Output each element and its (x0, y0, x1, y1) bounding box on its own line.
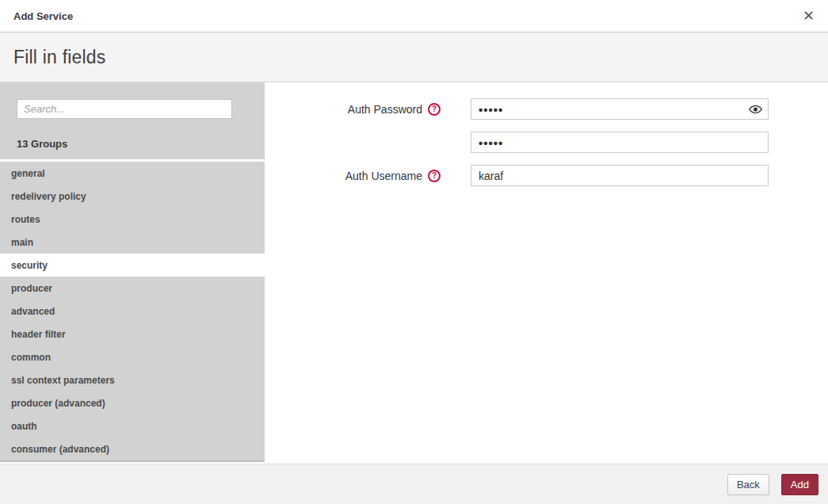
add-button[interactable]: Add (781, 474, 818, 495)
sidebar-item-oauth[interactable]: oauth (0, 414, 265, 437)
groups-sidebar: 13 Groups general redelivery policy rout… (0, 82, 265, 464)
auth-password-confirm-row (265, 132, 828, 153)
sidebar-item-redelivery-policy[interactable]: redelivery policy (0, 185, 265, 208)
sidebar-item-main[interactable]: main (0, 231, 265, 254)
auth-password-confirm-input-wrap (471, 132, 769, 153)
groups-list: general redelivery policy routes main se… (0, 162, 265, 462)
add-service-modal: Add Service ✕ Fill in fields 13 Groups g… (0, 0, 828, 504)
modal-header: Add Service ✕ (0, 0, 828, 32)
modal-title: Add Service (13, 10, 73, 22)
auth-password-label: Auth Password (348, 103, 422, 116)
help-icon[interactable]: ? (428, 170, 441, 182)
sidebar-item-advanced[interactable]: advanced (0, 300, 265, 323)
sidebar-item-producer[interactable]: producer (0, 277, 265, 300)
help-icon[interactable]: ? (428, 103, 441, 116)
sidebar-item-header-filter[interactable]: header filter (0, 323, 265, 346)
page-title: Fill in fields (13, 47, 106, 68)
groups-count-label: 13 Groups (17, 138, 265, 150)
sidebar-item-general[interactable]: general (0, 162, 265, 185)
sidebar-item-ssl-context-parameters[interactable]: ssl context parameters (0, 368, 265, 391)
auth-username-label-col: Auth Username ? (265, 170, 441, 182)
eye-icon (749, 105, 762, 114)
sidebar-search-panel: 13 Groups (0, 82, 265, 159)
auth-username-label: Auth Username (345, 170, 422, 182)
sidebar-item-producer-advanced[interactable]: producer (advanced) (0, 391, 265, 414)
show-password-button[interactable] (749, 105, 762, 114)
auth-username-input-wrap (471, 165, 769, 186)
auth-password-row: Auth Password ? (265, 98, 828, 120)
sidebar-item-consumer-advanced[interactable]: consumer (advanced) (0, 437, 265, 460)
modal-footer: Back Add (0, 464, 828, 504)
search-input[interactable] (17, 99, 232, 119)
auth-password-field[interactable] (471, 98, 769, 120)
back-button[interactable]: Back (727, 474, 769, 495)
form-panel: Auth Password ? (265, 82, 828, 464)
sidebar-item-common[interactable]: common (0, 346, 265, 368)
auth-username-row: Auth Username ? (265, 165, 828, 186)
close-icon[interactable]: ✕ (803, 9, 815, 23)
modal-subheader: Fill in fields (0, 32, 828, 82)
modal-body: 13 Groups general redelivery policy rout… (0, 82, 828, 464)
auth-password-confirm-field[interactable] (471, 132, 769, 153)
sidebar-item-security[interactable]: security (0, 254, 265, 277)
sidebar-item-routes[interactable]: routes (0, 208, 265, 231)
auth-username-field[interactable] (471, 165, 769, 186)
auth-password-input-wrap (471, 98, 769, 120)
auth-password-label-col: Auth Password ? (265, 103, 441, 116)
